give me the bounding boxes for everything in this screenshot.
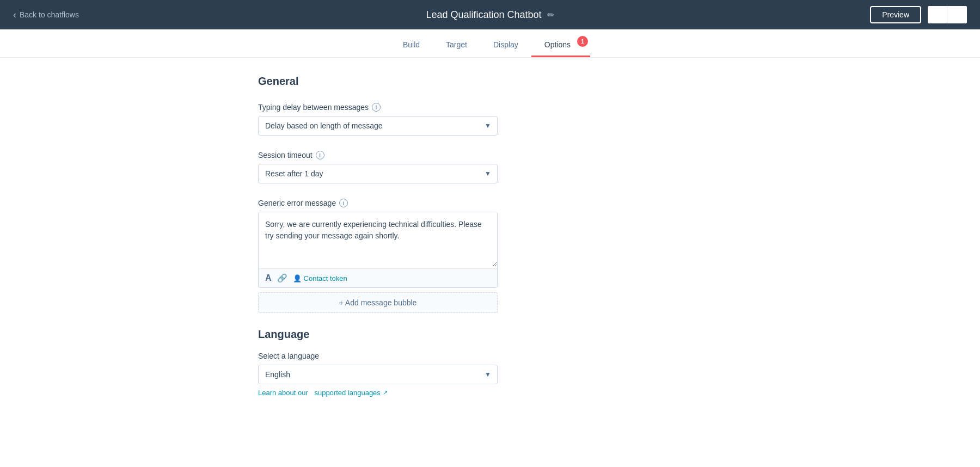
back-link-label: Back to chatflows [20, 10, 79, 19]
chatbot-title-group: Lead Qualification Chatbot ✏ [426, 9, 554, 21]
tab-options[interactable]: Options 1 [531, 34, 590, 57]
toggle-view-button-1[interactable] [928, 6, 947, 23]
learn-link-text: Learn about our [258, 389, 308, 397]
view-toggle-group [928, 6, 967, 23]
add-message-bubble-button[interactable]: + Add message bubble [258, 292, 498, 313]
error-message-toolbar: A 🔗 👤 Contact token [259, 268, 497, 287]
text-format-icon[interactable]: A [265, 273, 272, 283]
typing-delay-info-icon[interactable]: i [372, 103, 381, 112]
edit-title-icon[interactable]: ✏ [547, 10, 554, 20]
supported-languages-link[interactable]: Learn about our supported languages ↗ [258, 389, 388, 397]
session-timeout-group: Session timeout i Reset after 1 day Rese… [258, 151, 722, 183]
contact-token-label: Contact token [304, 274, 347, 282]
main-content: General Typing delay between messages i … [245, 58, 735, 429]
generic-error-textarea[interactable]: Sorry, we are currently experiencing tec… [259, 212, 497, 267]
nav-right-actions: Preview [870, 6, 967, 23]
generic-error-message-box: Sorry, we are currently experiencing tec… [258, 212, 498, 288]
language-section-title: Language [258, 328, 722, 341]
session-timeout-select[interactable]: Reset after 1 day Reset after 1 hour Res… [258, 164, 498, 183]
language-select-wrapper: English French German Spanish Dutch Port… [258, 365, 498, 384]
select-language-group: Select a language English French German … [258, 352, 722, 397]
supported-link-text: supported languages [314, 389, 380, 397]
tab-build[interactable]: Build [390, 34, 433, 57]
select-language-label-group: Select a language [258, 352, 722, 360]
preview-button[interactable]: Preview [870, 6, 921, 23]
tab-target[interactable]: Target [433, 34, 480, 57]
toggle-view-button-2[interactable] [947, 6, 967, 23]
general-section-title: General [258, 75, 722, 88]
session-timeout-select-wrapper: Reset after 1 day Reset after 1 hour Res… [258, 164, 498, 183]
link-icon[interactable]: 🔗 [277, 273, 287, 283]
contact-token-person-icon: 👤 [293, 274, 302, 282]
generic-error-label-group: Generic error message i [258, 199, 722, 207]
external-link-icon: ↗ [383, 389, 388, 396]
typing-delay-label-group: Typing delay between messages i [258, 103, 722, 112]
back-arrow-icon: ‹ [13, 10, 16, 20]
options-tab-badge: 1 [577, 36, 588, 47]
contact-token-link[interactable]: 👤 Contact token [293, 274, 347, 282]
typing-delay-select[interactable]: Delay based on length of message No dela… [258, 116, 498, 136]
tab-bar: Build Target Display Options 1 [0, 29, 980, 58]
back-to-chatflows-link[interactable]: ‹ Back to chatflows [13, 10, 79, 20]
select-language-label: Select a language [258, 352, 319, 360]
generic-error-info-icon[interactable]: i [339, 199, 348, 207]
typing-delay-select-wrapper: Delay based on length of message No dela… [258, 116, 498, 136]
language-select[interactable]: English French German Spanish Dutch Port… [258, 365, 498, 384]
generic-error-message-group: Generic error message i Sorry, we are cu… [258, 199, 722, 313]
session-timeout-info-icon[interactable]: i [316, 151, 324, 159]
tab-display[interactable]: Display [480, 34, 531, 57]
chatbot-title-text: Lead Qualification Chatbot [426, 9, 541, 21]
session-timeout-label: Session timeout [258, 151, 313, 159]
top-navigation: ‹ Back to chatflows Lead Qualification C… [0, 0, 980, 29]
typing-delay-label: Typing delay between messages [258, 103, 369, 112]
session-timeout-label-group: Session timeout i [258, 151, 722, 159]
generic-error-label: Generic error message [258, 199, 336, 207]
typing-delay-group: Typing delay between messages i Delay ba… [258, 103, 722, 136]
